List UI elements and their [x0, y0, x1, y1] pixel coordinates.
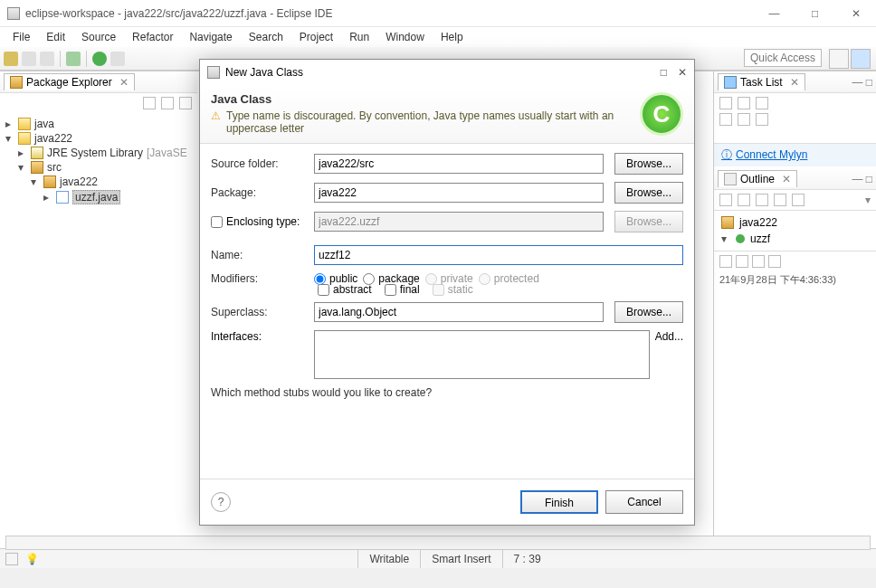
dialog-icon [207, 66, 220, 79]
task-sync-icon[interactable] [738, 113, 750, 126]
outline-public-icon[interactable] [774, 194, 786, 206]
maximize-button[interactable]: □ [795, 0, 835, 26]
toolbar-icon[interactable] [719, 255, 732, 268]
outline-tree[interactable]: java222 ▾ uzzf [714, 211, 876, 251]
run-icon[interactable] [92, 52, 107, 66]
perspective-java-icon[interactable] [851, 49, 871, 69]
close-icon[interactable]: ✕ [782, 173, 791, 185]
package-explorer-icon [10, 76, 23, 89]
package-icon [721, 216, 734, 229]
new-icon[interactable] [4, 52, 18, 66]
quick-access[interactable]: Quick Access [744, 49, 822, 67]
save-icon[interactable] [22, 52, 36, 66]
warning-icon: ⚠ [211, 109, 221, 135]
menu-source[interactable]: Source [74, 29, 123, 45]
package-explorer-tree[interactable]: ▸java ▾java222 ▸JRE System Library [Java… [0, 113, 197, 209]
add-interface-button[interactable]: Add... [655, 330, 683, 343]
outline-icon [724, 173, 737, 185]
source-folder-input[interactable] [314, 154, 604, 174]
browse-package-button[interactable]: Browse... [614, 182, 683, 204]
status-timestamp: 21年9月28日 下午4:36:33) [714, 271, 876, 289]
tip-icon[interactable]: 💡 [25, 553, 39, 565]
superclass-input[interactable] [314, 302, 604, 322]
task-list-title: Task List [740, 76, 783, 89]
class-icon [736, 234, 745, 243]
toolbar-icon[interactable] [736, 255, 748, 268]
debug-icon[interactable] [66, 52, 81, 66]
menu-run[interactable]: Run [342, 29, 376, 45]
task-find-icon[interactable] [719, 113, 732, 126]
outline-fields-icon[interactable] [738, 194, 750, 206]
label-modifiers: Modifiers: [211, 272, 309, 285]
task-activate-icon[interactable] [756, 113, 768, 126]
new-java-class-dialog: New Java Class □ ✕ Java Class ⚠ Type nam… [199, 59, 695, 526]
save-all-icon[interactable] [40, 52, 54, 66]
tree-jre[interactable]: JRE System Library [47, 147, 143, 159]
modifier-final-checkbox[interactable] [385, 284, 396, 296]
view-menu-icon[interactable] [179, 97, 192, 109]
help-button[interactable]: ? [211, 492, 231, 512]
status-writable: Writable [357, 549, 420, 568]
task-hierarchy-icon[interactable] [738, 97, 750, 109]
menu-project[interactable]: Project [292, 29, 340, 45]
enclosing-type-checkbox[interactable] [211, 216, 223, 228]
package-explorer-title: Package Explorer [26, 76, 112, 89]
tree-pkg[interactable]: java222 [60, 175, 98, 188]
modifier-abstract-checkbox[interactable] [318, 284, 329, 296]
tree-src[interactable]: src [47, 161, 62, 174]
class-badge-icon: C [640, 92, 683, 136]
perspective-open-icon[interactable] [829, 49, 849, 69]
task-list-tab[interactable]: Task List ✕ [718, 73, 805, 90]
browse-source-folder-button[interactable]: Browse... [614, 153, 683, 175]
toolbar-icon[interactable] [752, 255, 765, 268]
package-explorer-tab[interactable]: Package Explorer ✕ [4, 73, 135, 90]
close-icon[interactable]: ✕ [790, 76, 799, 89]
dialog-close-button[interactable]: ✕ [678, 66, 687, 79]
source-folder-icon [31, 161, 43, 174]
cancel-button[interactable]: Cancel [605, 490, 683, 514]
close-icon[interactable]: ✕ [119, 76, 129, 89]
link-editor-icon[interactable] [161, 97, 174, 109]
menu-help[interactable]: Help [433, 29, 471, 45]
tree-project-java222[interactable]: java222 [34, 132, 72, 145]
menu-refactor[interactable]: Refactor [125, 29, 180, 45]
task-filter-icon[interactable] [756, 97, 768, 109]
horizontal-scrollbar[interactable] [5, 536, 871, 550]
right-panel: Task List ✕ — □ ⓘConnect Mylyn Outline ✕ [713, 71, 876, 548]
outline-pkg[interactable]: java222 [739, 216, 777, 229]
status-icon[interactable] [5, 553, 18, 565]
close-button[interactable]: ✕ [835, 0, 876, 26]
eclipse-icon [7, 7, 20, 20]
java-file-icon [56, 191, 69, 204]
tree-project-java[interactable]: java [34, 118, 54, 130]
project-icon [18, 118, 31, 130]
browse-superclass-button[interactable]: Browse... [614, 301, 683, 323]
outline-tab[interactable]: Outline ✕ [718, 170, 797, 187]
collapse-all-icon[interactable] [143, 97, 156, 109]
package-input[interactable] [314, 183, 604, 203]
menu-edit[interactable]: Edit [39, 29, 72, 45]
package-explorer-view: Package Explorer ✕ ▸java ▾java222 ▸JRE S… [0, 71, 197, 548]
minimize-button[interactable]: — [754, 0, 795, 26]
menu-search[interactable]: Search [242, 29, 290, 45]
toolbar-icon[interactable] [768, 255, 781, 268]
dialog-maximize-button[interactable]: □ [661, 66, 667, 79]
outline-static-icon[interactable] [756, 194, 768, 206]
tree-file[interactable]: uzzf.java [72, 190, 120, 204]
label-superclass: Superclass: [211, 306, 309, 318]
outline-sort-icon[interactable] [719, 194, 732, 206]
outline-class[interactable]: uzzf [750, 232, 770, 245]
coverage-icon[interactable] [110, 52, 125, 66]
menu-window[interactable]: Window [378, 29, 432, 45]
name-input[interactable] [314, 245, 683, 265]
menu-navigate[interactable]: Navigate [182, 29, 239, 45]
outline-local-icon[interactable] [792, 194, 805, 206]
interfaces-list[interactable] [314, 330, 650, 379]
task-new-icon[interactable] [719, 97, 732, 109]
connect-mylyn-link[interactable]: ⓘConnect Mylyn [714, 144, 876, 166]
dialog-warning: Type name is discouraged. By convention,… [226, 109, 640, 135]
modifier-protected-radio [479, 273, 490, 285]
task-list-toolbar [714, 93, 876, 144]
finish-button[interactable]: Finish [520, 490, 598, 514]
menu-file[interactable]: File [5, 29, 37, 45]
